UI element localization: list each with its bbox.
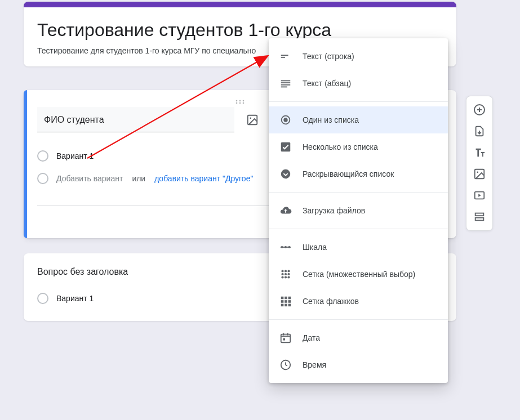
menu-separator	[269, 101, 448, 102]
svg-point-2	[243, 100, 245, 102]
menu-item-file-upload[interactable]: Загрузка файлов	[269, 197, 448, 224]
menu-separator	[269, 229, 448, 229]
svg-rect-39	[281, 297, 284, 300]
svg-point-4	[239, 102, 241, 104]
svg-point-37	[285, 276, 287, 278]
svg-point-23	[283, 118, 287, 122]
menu-item-grid-check[interactable]: Сетка флажков	[269, 288, 448, 315]
svg-point-5	[243, 102, 245, 104]
svg-rect-18	[281, 81, 291, 82]
add-video-button[interactable]	[469, 185, 490, 205]
menu-label: Один из списка	[303, 115, 359, 124]
svg-point-0	[236, 100, 238, 102]
menu-label: Несколько из списка	[303, 142, 378, 151]
form-title[interactable]: Тестирование студентов 1-го курса	[37, 20, 443, 41]
svg-rect-45	[281, 304, 284, 307]
paragraph-icon	[279, 77, 292, 90]
add-question-button[interactable]	[469, 100, 490, 120]
linear-scale-icon	[279, 240, 292, 254]
svg-rect-14	[475, 213, 484, 216]
svg-rect-49	[283, 338, 285, 341]
svg-point-29	[288, 246, 290, 248]
clock-icon	[279, 358, 292, 372]
svg-rect-16	[281, 55, 288, 56]
svg-point-32	[287, 270, 290, 272]
radio-icon	[37, 293, 48, 304]
svg-rect-19	[281, 82, 291, 83]
menu-label: Шкала	[303, 243, 327, 252]
menu-label: Загрузка файлов	[303, 206, 365, 215]
menu-item-checkboxes[interactable]: Несколько из списка	[269, 133, 448, 160]
svg-point-38	[287, 276, 290, 278]
question-title-input[interactable]	[37, 107, 234, 132]
svg-point-34	[285, 273, 287, 275]
add-image-button[interactable]	[469, 164, 490, 184]
menu-label: Текст (абзац)	[303, 79, 351, 88]
calendar-icon	[279, 331, 292, 345]
menu-label: Дата	[303, 333, 320, 342]
menu-label: Сетка флажков	[303, 297, 359, 306]
svg-rect-21	[281, 87, 287, 88]
svg-rect-43	[285, 300, 287, 303]
import-questions-button[interactable]	[469, 121, 490, 141]
dropdown-icon	[279, 167, 292, 181]
svg-point-31	[285, 270, 287, 272]
svg-point-1	[239, 100, 241, 102]
menu-label: Раскрывающийся список	[303, 169, 394, 178]
menu-item-multiple-choice[interactable]: Один из списка	[269, 106, 448, 133]
svg-rect-44	[288, 300, 291, 303]
grid-radio-icon	[279, 267, 292, 281]
svg-rect-48	[281, 334, 291, 343]
grid-check-icon	[279, 294, 292, 308]
menu-item-time[interactable]: Время	[269, 351, 448, 378]
radio-icon	[279, 113, 292, 127]
menu-item-grid-radio[interactable]: Сетка (множественный выбор)	[269, 261, 448, 288]
option-text[interactable]: Вариант 1	[56, 151, 94, 160]
menu-label: Время	[303, 360, 326, 369]
menu-separator	[269, 192, 448, 193]
svg-rect-20	[281, 84, 291, 86]
menu-label: Сетка (множественный выбор)	[303, 270, 415, 279]
add-title-button[interactable]	[469, 142, 490, 163]
svg-point-35	[287, 273, 290, 275]
svg-marker-13	[478, 194, 481, 197]
add-other-link[interactable]: добавить вариант "Другое"	[154, 174, 253, 183]
svg-rect-40	[285, 297, 287, 300]
menu-item-short-answer[interactable]: Текст (строка)	[269, 43, 448, 70]
or-label: или	[132, 174, 145, 183]
svg-point-33	[281, 273, 283, 275]
svg-point-3	[236, 102, 238, 104]
radio-icon	[37, 173, 48, 184]
menu-item-paragraph[interactable]: Текст (абзац)	[269, 70, 448, 97]
cloud-upload-icon	[279, 204, 292, 217]
svg-rect-17	[281, 57, 285, 58]
question-type-menu: Текст (строка) Текст (абзац) Один из спи…	[269, 38, 448, 383]
add-section-button[interactable]	[469, 207, 490, 227]
side-toolbar	[466, 96, 493, 231]
option-text: Вариант 1	[56, 294, 94, 303]
svg-point-27	[281, 246, 283, 248]
svg-point-28	[285, 246, 287, 248]
svg-rect-15	[475, 218, 484, 221]
svg-point-11	[477, 171, 478, 173]
menu-separator	[269, 319, 448, 320]
svg-point-36	[281, 276, 283, 278]
short-answer-icon	[279, 50, 292, 63]
svg-point-30	[281, 270, 283, 272]
svg-rect-42	[281, 300, 284, 303]
svg-rect-46	[285, 304, 287, 307]
svg-point-25	[281, 169, 291, 179]
svg-rect-41	[288, 297, 291, 300]
add-image-button[interactable]	[246, 113, 259, 127]
menu-item-date[interactable]: Дата	[269, 324, 448, 351]
menu-item-dropdown[interactable]: Раскрывающийся список	[269, 160, 448, 187]
svg-rect-47	[288, 304, 291, 307]
svg-point-7	[250, 117, 251, 119]
menu-label: Текст (строка)	[303, 52, 354, 61]
radio-icon	[37, 150, 48, 162]
menu-item-linear-scale[interactable]: Шкала	[269, 234, 448, 261]
add-option-label[interactable]: Добавить вариант	[56, 174, 123, 183]
checkbox-icon	[279, 140, 292, 154]
